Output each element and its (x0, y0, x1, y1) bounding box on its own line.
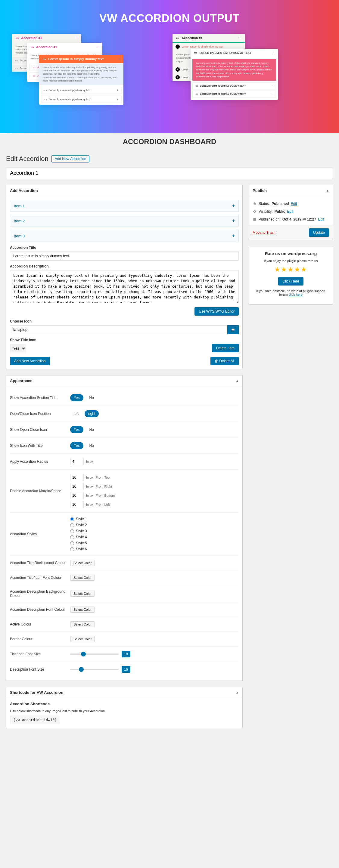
appearance-box: Appearnace▲ Show Accordion Section Title… (6, 375, 243, 681)
minus-icon: − (118, 57, 120, 61)
style-radio[interactable]: Style 5 (70, 541, 87, 545)
support-link[interactable]: click here (288, 293, 302, 297)
toggle-yes[interactable]: Yes (70, 394, 83, 401)
star-rating: ★★★★★ (254, 266, 328, 274)
margin-right-input[interactable] (70, 483, 84, 490)
pin-icon (253, 202, 257, 206)
toggle-no[interactable]: No (86, 394, 97, 401)
style-radio[interactable]: Style 2 (70, 523, 87, 527)
publish-heading: Publish (253, 188, 267, 193)
accordion-title-label: Accordion Title (10, 246, 239, 250)
select-color-button[interactable]: Select Color (70, 575, 95, 581)
opt-label: Accordion Styles (10, 532, 70, 536)
preview-row: ▭Accordion #1− Lorem ipsum dolor sit ame… (9, 34, 330, 118)
plus-icon: + (232, 233, 235, 239)
select-color-button[interactable]: Select Color (70, 560, 95, 566)
opt-label: Show Icon With Title (10, 443, 70, 448)
margin-left-input[interactable] (70, 501, 84, 508)
delete-item-button[interactable]: Delete Item (212, 344, 239, 352)
plus-icon: + (232, 218, 235, 223)
add-accordion-heading: Add Accordion (10, 188, 38, 193)
margin-top-input[interactable] (70, 474, 84, 481)
accordion-item[interactable]: Item 1+ (10, 200, 239, 212)
shortcode-code[interactable]: [vw_accordion id=10] (10, 716, 60, 724)
caret-up-icon[interactable]: ▲ (326, 189, 329, 192)
preview-card: ▭LOREM IPSUM IS SIMPLY DUMMY TEXT− Lorem… (191, 49, 278, 100)
title-size-slider[interactable] (70, 653, 119, 655)
toggle-no[interactable]: No (86, 442, 97, 449)
select-color-button[interactable]: Select Color (70, 591, 95, 597)
style-radio[interactable]: Style 4 (70, 535, 87, 539)
choose-icon-input[interactable] (10, 325, 227, 334)
opt-label: Title/Icon Font Size (10, 652, 70, 656)
page-heading: Edit Accordion (6, 155, 49, 163)
opt-label: Open/Close Icon Position (10, 411, 70, 416)
accordion-title-input[interactable] (10, 251, 239, 260)
move-to-trash-link[interactable]: Move to Trash (253, 230, 276, 235)
plus-icon: + (232, 203, 235, 209)
toggle-yes[interactable]: Yes (70, 442, 83, 449)
eye-icon (253, 209, 257, 214)
preview-card: ▭Lorem Ipsum is simply dummy text− Lorem… (39, 55, 123, 105)
appearance-heading: Appearnace (10, 378, 32, 383)
caret-up-icon[interactable]: ▲ (236, 691, 239, 694)
style-radio-group: Style 1 Style 2 Style 3 Style 4 Style 5 … (70, 517, 87, 551)
plus-icon: + (117, 89, 118, 92)
laptop-icon: ▭ (176, 36, 180, 40)
rate-click-button[interactable]: Click Here (278, 277, 303, 285)
select-color-button[interactable]: Select Color (70, 621, 95, 627)
shortcode-box: Shortcode for VW Accordion▲ Accordion Sh… (6, 687, 243, 728)
accordion-item[interactable]: Item 2+ (10, 215, 239, 227)
minus-circle-icon: − (175, 44, 180, 49)
laptop-icon: ▭ (43, 57, 46, 61)
plus-icon: + (271, 85, 273, 87)
margin-bottom-input[interactable] (70, 492, 84, 499)
laptop-icon: ▭ (16, 36, 19, 40)
show-title-icon-select[interactable]: Yes (10, 344, 26, 352)
select-color-button[interactable]: Select Color (70, 636, 95, 642)
add-accordion-box: Add Accordion Item 1+ Item 2+ Item 3+ Ac… (6, 185, 243, 369)
rate-heading: Rate us on wordpress.org (254, 251, 328, 256)
delete-all-button[interactable]: 🗑 Delete All (210, 357, 239, 365)
shortcode-sub: Accordion Shortcode (10, 702, 239, 706)
update-button[interactable]: Update (309, 228, 329, 237)
accordion-desc-textarea[interactable]: Lorem Ipsum is simply dummy text of the … (10, 270, 239, 303)
opt-label: Accordion Description Font Colour (10, 608, 70, 612)
style-radio[interactable]: Style 6 (70, 547, 87, 551)
laptop-icon (231, 328, 235, 332)
desc-size-slider[interactable] (70, 669, 119, 670)
laptop-icon: ▭ (194, 51, 198, 55)
choose-icon-label: Choose Icon (10, 319, 239, 323)
opt-label: Show Accordion Section Title (10, 396, 70, 400)
edit-date-link[interactable]: Edit (318, 217, 324, 221)
radius-input[interactable] (70, 458, 84, 465)
rate-obstacle: If you face obstacle, do write at plugin… (254, 289, 328, 297)
edit-visibility-link[interactable]: Edit (287, 209, 293, 214)
shortcode-heading: Shortcode for VW Accordion (10, 690, 63, 695)
add-new-accordion-button[interactable]: Add New Accordion (52, 155, 90, 162)
opt-label: Accordion Title Background Colour (10, 561, 70, 565)
opt-label: Active Colour (10, 622, 70, 626)
toggle-right[interactable]: right (85, 410, 99, 417)
icon-picker-button[interactable] (227, 325, 239, 334)
trash-icon: 🗑 (215, 359, 218, 363)
laptop-icon: ▭ (31, 45, 34, 49)
wysiwyg-button[interactable]: Use WYSIWYG Editor (195, 307, 239, 316)
hero-banner: VW ACCORDION OUTPUT ▭Accordion #1− Lorem… (0, 0, 339, 133)
style-radio[interactable]: Style 3 (70, 529, 87, 533)
edit-status-link[interactable]: Edit (291, 202, 297, 206)
add-new-accordion-item-button[interactable]: Add New Accordion (10, 357, 50, 365)
toggle-left[interactable]: left (70, 410, 82, 417)
toggle-no[interactable]: No (86, 426, 97, 433)
accordion-item[interactable]: Item 3+ (10, 230, 239, 242)
toggle-yes[interactable]: Yes (70, 426, 83, 433)
select-color-button[interactable]: Select Color (70, 607, 95, 613)
minus-icon: − (239, 36, 241, 40)
opt-label: Accordion Title/Icon Font Colour (10, 576, 70, 580)
opt-label: Show Open Close Icon (10, 428, 70, 432)
style-radio[interactable]: Style 1 (70, 517, 87, 521)
caret-up-icon[interactable]: ▲ (236, 379, 239, 382)
accordion-desc-label: Accordion Description (10, 264, 239, 268)
post-title-input[interactable] (6, 167, 333, 179)
plus-circle-icon: + (175, 75, 180, 80)
